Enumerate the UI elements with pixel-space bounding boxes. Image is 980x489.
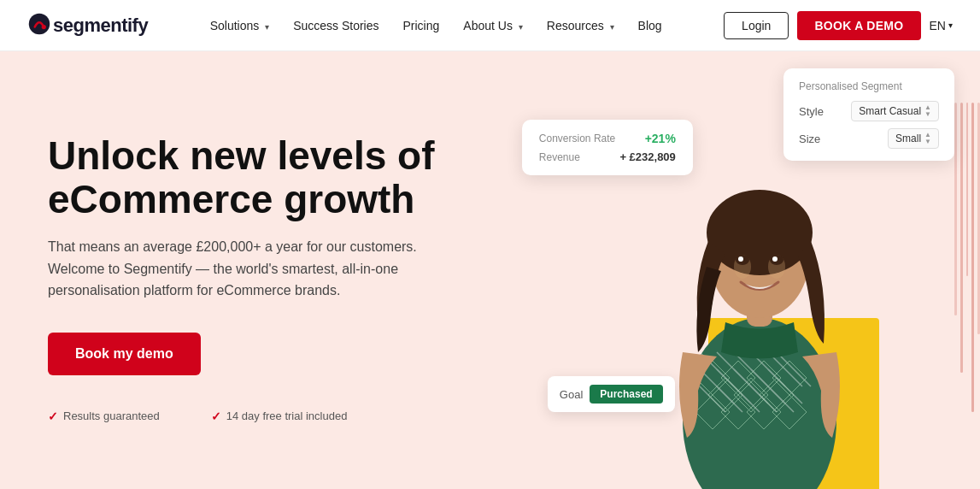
nav-link-solutions[interactable]: Solutions ▾ <box>210 19 269 32</box>
v-line-4 <box>971 103 974 412</box>
nav-item-blog[interactable]: Blog <box>638 18 662 33</box>
sort-icon: ▲▼ <box>924 104 931 118</box>
v-line-2 <box>960 103 963 373</box>
nav-label-solutions: Solutions <box>210 19 260 32</box>
goal-label: Goal <box>560 388 583 401</box>
nav-actions: Login BOOK A DEMO EN ▾ <box>724 11 953 40</box>
v-line-1 <box>954 103 957 315</box>
nav-link-resources[interactable]: Resources ▾ <box>547 19 614 32</box>
footnote-results: Results guaranteed <box>48 409 160 423</box>
logo[interactable]: segmentify <box>27 14 148 38</box>
book-demo-button[interactable]: BOOK A DEMO <box>797 11 920 40</box>
nav-item-success-stories[interactable]: Success Stories <box>293 18 379 33</box>
segment-size-value: Small <box>895 133 921 144</box>
svg-point-1 <box>42 24 46 28</box>
woman-figure <box>631 96 888 489</box>
language-label: EN <box>930 19 946 32</box>
chevron-down-icon: ▾ <box>610 22 614 32</box>
nav-item-solutions[interactable]: Solutions ▾ <box>210 18 269 33</box>
segment-card-title: Personalised Segment <box>799 80 939 92</box>
nav-label-success-stories: Success Stories <box>293 19 379 32</box>
nav-link-about-us[interactable]: About Us ▾ <box>463 19 522 32</box>
svg-point-0 <box>29 13 50 34</box>
chevron-down-icon: ▾ <box>948 21 953 30</box>
sort-icon: ▲▼ <box>924 132 931 145</box>
language-selector[interactable]: EN ▾ <box>930 19 953 32</box>
revenue-label: Revenue <box>539 151 580 163</box>
hero-subtext: That means an average £200,000+ a year f… <box>48 236 458 302</box>
nav-link-pricing[interactable]: Pricing <box>403 19 440 32</box>
hero-heading: Unlock new levels of eCommerce growth <box>48 134 475 221</box>
navbar: segmentify Solutions ▾ Success Stories P… <box>0 0 980 51</box>
chevron-down-icon: ▾ <box>519 22 523 32</box>
v-line-3 <box>966 103 969 276</box>
nav-label-blog: Blog <box>638 19 662 32</box>
nav-label-resources: Resources <box>547 19 604 32</box>
hero-section: Unlock new levels of eCommerce growth Th… <box>0 51 980 489</box>
decorative-lines <box>954 51 980 489</box>
hero-left: Unlock new levels of eCommerce growth Th… <box>0 51 539 489</box>
chevron-down-icon: ▾ <box>265 22 269 32</box>
segment-size-select[interactable]: Small ▲▼ <box>888 128 939 149</box>
nav-label-about-us: About Us <box>463 19 513 32</box>
hero-subtext-text: That means an average £200,000+ a year f… <box>48 239 417 298</box>
conversion-rate-label: Conversion Rate <box>539 133 615 144</box>
nav-item-about-us[interactable]: About Us ▾ <box>463 18 522 33</box>
book-my-demo-button[interactable]: Book my demo <box>48 333 201 375</box>
hero-right: Conversion Rate +21% Revenue + £232,809 … <box>539 51 980 489</box>
logo-icon <box>27 12 51 36</box>
footnote-trial: 14 day free trial included <box>211 409 348 423</box>
svg-point-5 <box>707 190 813 275</box>
svg-point-10 <box>738 256 743 262</box>
nav-link-blog[interactable]: Blog <box>638 19 662 32</box>
login-button[interactable]: Login <box>724 12 789 39</box>
hero-footnotes: Results guaranteed 14 day free trial inc… <box>48 409 498 423</box>
nav-link-success-stories[interactable]: Success Stories <box>293 19 379 32</box>
logo-text: segmentify <box>53 15 148 37</box>
nav-item-pricing[interactable]: Pricing <box>403 18 440 33</box>
nav-label-pricing: Pricing <box>403 19 440 32</box>
nav-links: Solutions ▾ Success Stories Pricing Abou… <box>210 18 662 33</box>
nav-item-resources[interactable]: Resources ▾ <box>547 18 614 33</box>
svg-point-11 <box>772 256 778 262</box>
